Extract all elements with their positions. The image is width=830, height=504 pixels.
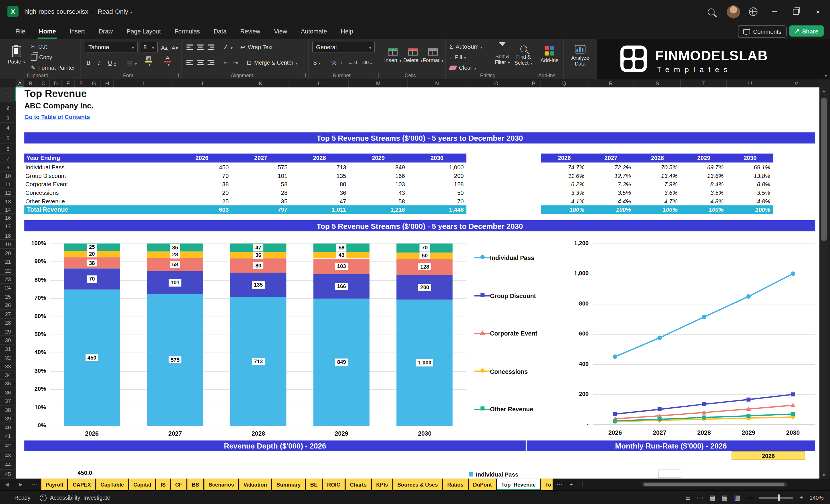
cell-value[interactable]: 35 xyxy=(231,197,287,206)
row-header-31[interactable]: 31 xyxy=(0,345,16,353)
cut-button[interactable]: ✂Cut xyxy=(31,42,47,51)
row-header-25[interactable]: 25 xyxy=(0,292,16,301)
align-center-button[interactable] xyxy=(197,58,204,67)
row-header-10[interactable]: 10 xyxy=(0,171,16,180)
increase-indent-button[interactable]: ⇥ xyxy=(233,58,238,67)
ribbon-tab-draw[interactable]: Draw xyxy=(92,23,120,39)
ribbon-tab-help[interactable]: Help xyxy=(334,23,360,39)
cell-value[interactable]: 450 xyxy=(172,163,228,171)
next-sheet-arrow[interactable]: ▶ xyxy=(14,478,28,490)
sheet-tab-capital[interactable]: Capital xyxy=(129,478,155,490)
sheet-tab-ratios[interactable]: Ratios xyxy=(443,478,468,490)
comma-style-button[interactable]: , xyxy=(341,56,343,65)
row-header-41[interactable]: 41 xyxy=(0,432,16,440)
clipboard-dialog-launcher[interactable] xyxy=(74,73,78,77)
merge-center-button[interactable]: ⊟Merge & Center xyxy=(247,58,297,67)
bold-button[interactable]: B xyxy=(87,58,91,67)
sheet-tab-kpis[interactable]: KPIs xyxy=(372,478,392,490)
sheet-tab-captable[interactable]: CapTable xyxy=(96,478,128,490)
wrap-text-button[interactable]: ↩Wrap Text xyxy=(240,42,273,52)
minimize-button[interactable] xyxy=(763,0,786,23)
row-header-9[interactable]: 9 xyxy=(0,163,16,171)
cell-pct[interactable]: 13.4% xyxy=(634,171,677,180)
font-name-combo[interactable]: Tahoma xyxy=(85,42,137,52)
shrink-font-button[interactable]: A▾ xyxy=(171,43,179,52)
total-value[interactable]: 1,218 xyxy=(349,206,405,214)
font-dialog-launcher[interactable] xyxy=(175,73,179,77)
row-header-35[interactable]: 35 xyxy=(0,379,16,388)
ribbon-tab-data[interactable]: Data xyxy=(207,23,233,39)
sheet-tab-scenarios[interactable]: Scenarios xyxy=(204,478,238,490)
cell-pct[interactable]: 74.7% xyxy=(541,163,584,171)
total-value[interactable]: 1,011 xyxy=(290,206,346,214)
sheet-tab-dupont[interactable]: DuPont xyxy=(469,478,496,490)
cell-pct[interactable]: 3.6% xyxy=(634,189,677,197)
cell-value[interactable]: 58 xyxy=(349,197,405,206)
row-header-13[interactable]: 13 xyxy=(0,197,16,206)
find-select-button[interactable]: Find & Select xyxy=(513,41,534,71)
zoom-level[interactable]: 140% xyxy=(809,495,824,501)
row-header-38[interactable]: 38 xyxy=(0,406,16,414)
ribbon-tab-home[interactable]: Home xyxy=(32,23,63,39)
format-cells-button[interactable]: Format xyxy=(423,41,443,71)
row-header-22[interactable]: 22 xyxy=(0,266,16,275)
font-size-combo[interactable]: 8 xyxy=(140,42,158,52)
sheet-tab-payroll[interactable]: Payroll xyxy=(41,478,67,490)
analyze-data-button[interactable]: Analyze Data xyxy=(568,41,593,71)
cell-value[interactable]: 1,000 xyxy=(408,163,464,171)
collapse-ribbon-chevron[interactable] xyxy=(823,73,827,78)
cell-pct[interactable]: 69.7% xyxy=(681,163,724,171)
total-pct[interactable]: 100% xyxy=(727,206,770,214)
row-header-32[interactable]: 32 xyxy=(0,353,16,362)
column-header-M[interactable]: M xyxy=(349,80,408,88)
row-header-42[interactable]: 42 xyxy=(0,441,16,451)
column-header-E[interactable]: E xyxy=(62,80,75,88)
column-header-G[interactable]: G xyxy=(87,80,100,88)
row-header-21[interactable]: 21 xyxy=(0,257,16,266)
sheet-tab-capex[interactable]: CAPEX xyxy=(68,478,95,490)
page-break-view-button[interactable]: ▥ xyxy=(734,494,740,501)
row-header-11[interactable]: 11 xyxy=(0,180,16,189)
column-header-N[interactable]: N xyxy=(408,80,466,88)
autosum-button[interactable]: ΣAutoSum xyxy=(449,42,482,51)
sheet-tab-charts[interactable]: Charts xyxy=(346,478,371,490)
macro-record-icon[interactable]: ⊞ xyxy=(685,494,691,501)
cell-value[interactable]: 28 xyxy=(231,189,287,197)
decrease-indent-button[interactable]: ⇤ xyxy=(223,58,228,67)
number-dialog-launcher[interactable] xyxy=(374,73,379,77)
excel-app-icon[interactable]: X xyxy=(7,6,19,17)
row-header-28[interactable]: 28 xyxy=(0,318,16,327)
row-header-36[interactable]: 36 xyxy=(0,388,16,397)
row-header-27[interactable]: 27 xyxy=(0,310,16,318)
cell-pct[interactable]: 4.8% xyxy=(727,197,770,206)
cell-pct[interactable]: 3.5% xyxy=(727,189,770,197)
row-header-37[interactable]: 37 xyxy=(0,397,16,405)
column-header-I[interactable]: I xyxy=(114,80,172,88)
column-header-D[interactable]: D xyxy=(50,80,62,88)
account-avatar[interactable] xyxy=(722,0,744,23)
cell-pct[interactable]: 7.9% xyxy=(634,180,677,189)
percent-style-button[interactable]: % xyxy=(331,58,337,67)
horizontal-scrollbar-thumb[interactable] xyxy=(644,483,785,486)
column-header-J[interactable]: J xyxy=(172,80,231,88)
close-button[interactable]: × xyxy=(807,0,829,23)
row-header-7[interactable]: 7 xyxy=(0,154,16,163)
cell-value[interactable]: 166 xyxy=(349,171,405,180)
sheet-tab-to[interactable]: To xyxy=(541,478,552,490)
fill-button[interactable]: ↓Fill xyxy=(449,52,466,62)
row-header-19[interactable]: 19 xyxy=(0,240,16,249)
cell-value[interactable]: 43 xyxy=(349,189,405,197)
cell-pct[interactable]: 11.6% xyxy=(541,171,584,180)
row-header-44[interactable]: 44 xyxy=(0,460,16,469)
row-header-6[interactable]: 6 xyxy=(0,144,16,153)
underline-button[interactable]: U xyxy=(108,58,116,67)
cell-value[interactable]: 50 xyxy=(408,189,464,197)
column-header-V[interactable]: V xyxy=(773,80,820,88)
decrease-decimal-button[interactable]: .00→ xyxy=(362,58,374,67)
vertical-scrollbar-thumb[interactable] xyxy=(821,98,827,241)
restore-button[interactable] xyxy=(785,0,807,23)
column-header-F[interactable]: F xyxy=(75,80,87,88)
cell-value[interactable]: 38 xyxy=(172,180,228,189)
column-header-S[interactable]: S xyxy=(634,80,681,88)
sheet-tab-bs[interactable]: BS xyxy=(188,478,203,490)
